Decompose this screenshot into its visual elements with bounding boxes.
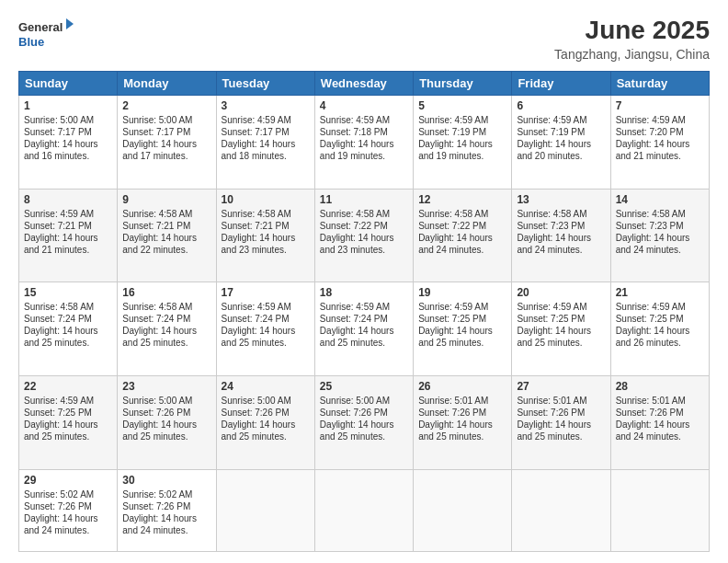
cell-text: Sunset: 7:24 PM <box>122 313 210 325</box>
cell-text: Daylight: 14 hours <box>616 138 704 150</box>
cell-text: and 24 minutes. <box>616 244 704 256</box>
cell-text: Sunrise: 4:59 AM <box>517 301 605 313</box>
table-row: 2Sunrise: 5:00 AMSunset: 7:17 PMDaylight… <box>118 95 216 189</box>
table-row: 1Sunrise: 5:00 AMSunset: 7:17 PMDaylight… <box>19 95 118 189</box>
day-number: 20 <box>517 286 605 299</box>
cell-text: Daylight: 14 hours <box>24 419 112 431</box>
calendar: Sunday Monday Tuesday Wednesday Thursday… <box>18 71 710 552</box>
cell-text: and 25 minutes. <box>122 337 210 349</box>
day-number: 19 <box>418 286 506 299</box>
cell-text: Daylight: 14 hours <box>222 325 310 337</box>
cell-text: Sunrise: 4:59 AM <box>320 114 408 126</box>
cell-text: and 19 minutes. <box>418 150 506 162</box>
cell-text: Daylight: 14 hours <box>24 325 112 337</box>
cell-text: Daylight: 14 hours <box>24 232 112 244</box>
cell-text: and 22 minutes. <box>122 244 210 256</box>
cell-text: and 25 minutes. <box>24 337 112 349</box>
cell-text: and 25 minutes. <box>517 337 605 349</box>
table-row: 22Sunrise: 4:59 AMSunset: 7:25 PMDayligh… <box>19 376 118 470</box>
cell-text: and 25 minutes. <box>222 431 310 442</box>
cell-text: and 24 minutes. <box>122 524 210 536</box>
cell-text: Sunrise: 4:58 AM <box>122 208 210 220</box>
cell-text: Sunrise: 4:58 AM <box>418 208 506 220</box>
cell-text: Sunset: 7:23 PM <box>616 220 704 232</box>
cell-text: Sunrise: 4:59 AM <box>222 301 310 313</box>
cell-text: Sunset: 7:17 PM <box>24 126 112 138</box>
table-row: 30Sunrise: 5:02 AMSunset: 7:26 PMDayligh… <box>118 469 216 551</box>
cell-text: Daylight: 14 hours <box>24 512 112 524</box>
cell-text: Sunrise: 4:58 AM <box>517 208 605 220</box>
subtitle: Tangzhang, Jiangsu, China <box>554 47 710 62</box>
cell-text: Daylight: 14 hours <box>222 232 310 244</box>
cell-text: Daylight: 14 hours <box>418 138 506 150</box>
table-row: 15Sunrise: 4:58 AMSunset: 7:24 PMDayligh… <box>19 282 118 376</box>
cell-text: and 25 minutes. <box>320 337 408 349</box>
table-row: 3Sunrise: 4:59 AMSunset: 7:17 PMDaylight… <box>216 95 314 189</box>
svg-text:General: General <box>18 20 63 34</box>
table-row: 10Sunrise: 4:58 AMSunset: 7:21 PMDayligh… <box>216 189 314 282</box>
cell-text: Sunset: 7:26 PM <box>222 407 310 419</box>
cell-text: Sunset: 7:24 PM <box>320 313 408 325</box>
table-row: 27Sunrise: 5:01 AMSunset: 7:26 PMDayligh… <box>512 376 610 470</box>
cell-text: and 25 minutes. <box>122 431 210 442</box>
cell-text: Sunset: 7:23 PM <box>517 220 605 232</box>
cell-text: Daylight: 14 hours <box>517 325 605 337</box>
day-number: 30 <box>122 474 210 487</box>
table-row: 9Sunrise: 4:58 AMSunset: 7:21 PMDaylight… <box>118 189 216 282</box>
day-number: 14 <box>616 193 704 206</box>
cell-text: and 25 minutes. <box>320 431 408 442</box>
table-row <box>216 469 314 551</box>
cell-text: Sunset: 7:25 PM <box>418 313 506 325</box>
cell-text: Sunset: 7:26 PM <box>24 500 112 512</box>
col-monday: Monday <box>118 71 216 95</box>
cell-text: and 20 minutes. <box>517 150 605 162</box>
cell-text: and 21 minutes. <box>616 150 704 162</box>
page: General Blue June 2025 Tangzhang, Jiangs… <box>0 0 728 563</box>
cell-text: and 23 minutes. <box>320 244 408 256</box>
cell-text: Sunrise: 4:59 AM <box>418 301 506 313</box>
table-row: 24Sunrise: 5:00 AMSunset: 7:26 PMDayligh… <box>216 376 314 470</box>
cell-text: Daylight: 14 hours <box>517 232 605 244</box>
cell-text: and 25 minutes. <box>222 337 310 349</box>
day-number: 3 <box>222 99 310 112</box>
day-number: 11 <box>320 193 408 206</box>
cell-text: Sunrise: 5:00 AM <box>122 114 210 126</box>
logo: General Blue <box>18 17 74 53</box>
cell-text: Sunset: 7:17 PM <box>122 126 210 138</box>
table-row: 4Sunrise: 4:59 AMSunset: 7:18 PMDaylight… <box>314 95 413 189</box>
day-number: 23 <box>122 380 210 393</box>
table-row: 11Sunrise: 4:58 AMSunset: 7:22 PMDayligh… <box>314 189 413 282</box>
cell-text: Sunrise: 5:01 AM <box>616 395 704 407</box>
table-row: 28Sunrise: 5:01 AMSunset: 7:26 PMDayligh… <box>610 376 709 470</box>
cell-text: Sunrise: 4:59 AM <box>418 114 506 126</box>
header-row: Sunday Monday Tuesday Wednesday Thursday… <box>19 71 710 95</box>
cell-text: Sunset: 7:26 PM <box>320 407 408 419</box>
logo-svg: General Blue <box>18 17 74 53</box>
cell-text: Sunset: 7:21 PM <box>24 220 112 232</box>
table-row: 21Sunrise: 4:59 AMSunset: 7:25 PMDayligh… <box>610 282 709 376</box>
table-row <box>512 469 610 551</box>
main-title: June 2025 <box>554 17 710 45</box>
cell-text: Sunset: 7:21 PM <box>122 220 210 232</box>
table-row: 13Sunrise: 4:58 AMSunset: 7:23 PMDayligh… <box>512 189 610 282</box>
cell-text: Sunrise: 5:00 AM <box>122 395 210 407</box>
table-row: 19Sunrise: 4:59 AMSunset: 7:25 PMDayligh… <box>414 282 512 376</box>
cell-text: Sunrise: 4:58 AM <box>222 208 310 220</box>
cell-text: and 16 minutes. <box>24 150 112 162</box>
table-row: 8Sunrise: 4:59 AMSunset: 7:21 PMDaylight… <box>19 189 118 282</box>
cell-text: Daylight: 14 hours <box>616 419 704 431</box>
table-row: 7Sunrise: 4:59 AMSunset: 7:20 PMDaylight… <box>610 95 709 189</box>
cell-text: Sunset: 7:24 PM <box>222 313 310 325</box>
table-row <box>314 469 413 551</box>
day-number: 29 <box>24 474 112 487</box>
day-number: 9 <box>122 193 210 206</box>
day-number: 21 <box>616 286 704 299</box>
cell-text: Sunrise: 4:58 AM <box>24 301 112 313</box>
cell-text: Sunrise: 4:58 AM <box>320 208 408 220</box>
table-row: 25Sunrise: 5:00 AMSunset: 7:26 PMDayligh… <box>314 376 413 470</box>
cell-text: Sunrise: 4:59 AM <box>517 114 605 126</box>
day-number: 8 <box>24 193 112 206</box>
day-number: 13 <box>517 193 605 206</box>
col-tuesday: Tuesday <box>216 71 314 95</box>
cell-text: Sunrise: 4:59 AM <box>24 395 112 407</box>
